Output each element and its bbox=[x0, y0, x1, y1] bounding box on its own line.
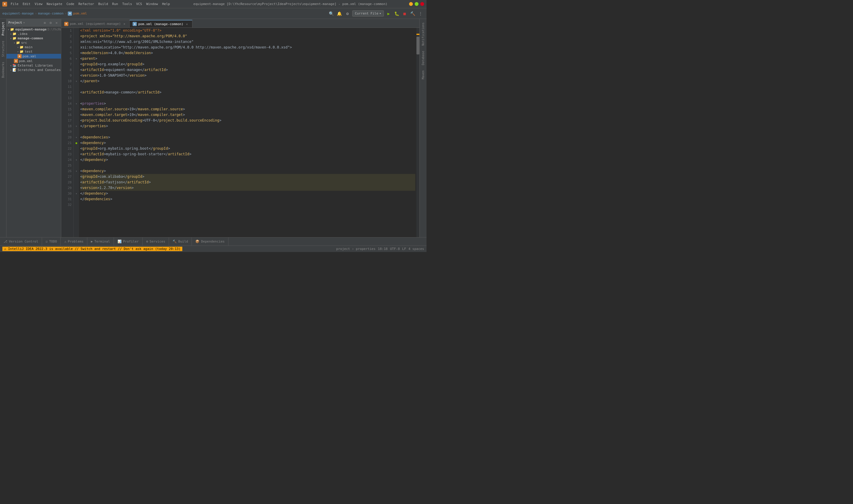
code-line-11[interactable] bbox=[80, 84, 415, 90]
code-line-14[interactable]: <properties> bbox=[80, 101, 415, 107]
current-file-button[interactable]: Current File ▾ bbox=[352, 10, 384, 17]
tree-item-3[interactable]: ▾📁src bbox=[6, 40, 61, 45]
notifications-sidebar-item[interactable]: Notifications bbox=[421, 20, 425, 48]
code-line-22[interactable]: <groupId>org.mybatis.spring.boot</groupI… bbox=[80, 146, 415, 151]
scroll-indicator[interactable] bbox=[416, 28, 419, 237]
tree-item-7[interactable]: mpom.xml bbox=[6, 58, 61, 63]
menu-item-help[interactable]: Help bbox=[160, 1, 172, 6]
code-line-24[interactable]: </dependency> bbox=[80, 157, 415, 163]
expand-arrow-0[interactable]: ▾ bbox=[8, 28, 9, 31]
tab-close-0[interactable]: ✕ bbox=[122, 22, 126, 26]
panel-dropdown-icon[interactable]: ▾ bbox=[23, 21, 25, 24]
menu-item-refactor[interactable]: Refactor bbox=[77, 1, 96, 6]
code-line-9[interactable]: <version>1.0-SNAPSHOT</version> bbox=[80, 73, 415, 78]
code-line-4[interactable]: xsi:schemaLocation="http://maven.apache.… bbox=[80, 45, 415, 50]
code-line-18[interactable]: </properties> bbox=[80, 123, 415, 129]
expand-arrow-1[interactable]: ▾ bbox=[10, 33, 12, 36]
tree-item-5[interactable]: ▾📁test bbox=[6, 49, 61, 54]
editor-tab-1[interactable]: mpom.xml (manage-common)✕ bbox=[129, 20, 192, 28]
bottom-tab-dependencies[interactable]: 📦Dependencies bbox=[192, 237, 228, 246]
tab-close-1[interactable]: ✕ bbox=[185, 22, 189, 26]
notifications-icon[interactable]: 🔔 bbox=[336, 10, 343, 17]
editor-tab-0[interactable]: mpom.xml (equipment-manage)✕ bbox=[61, 20, 129, 28]
code-line-20[interactable]: <dependencies> bbox=[80, 134, 415, 140]
run-button[interactable]: ▶ bbox=[385, 10, 392, 17]
status-encoding[interactable]: UTF-8 bbox=[390, 247, 400, 251]
tree-item-8[interactable]: ▾📚External Libraries bbox=[6, 63, 61, 68]
code-line-26[interactable]: <dependency> bbox=[80, 168, 415, 174]
minimize-button[interactable] bbox=[409, 2, 413, 6]
code-line-17[interactable]: <project.build.sourceEncoding>UTF-8</pro… bbox=[80, 118, 415, 123]
bottom-tab-problems[interactable]: ⚠Problems bbox=[61, 237, 87, 246]
breadcrumb-project[interactable]: equipment-manage bbox=[2, 12, 34, 15]
panel-settings[interactable]: ⚙ bbox=[48, 20, 53, 25]
menu-item-vcs[interactable]: VCS bbox=[134, 1, 144, 6]
menu-item-tools[interactable]: Tools bbox=[120, 1, 134, 6]
code-line-8[interactable]: <artifactId>equipment-manage</artifactId… bbox=[80, 67, 415, 73]
code-line-27[interactable]: <groupId>com.alibaba</groupId> bbox=[80, 174, 415, 180]
code-content[interactable]: <?xml version="1.0" encoding="UTF-8"?><p… bbox=[79, 28, 416, 237]
tree-item-6[interactable]: mpom.xml bbox=[6, 54, 61, 58]
code-line-5[interactable]: <modelVersion>4.0.0</modelVersion> bbox=[80, 50, 415, 56]
search-everywhere-icon[interactable]: 🔍 bbox=[328, 10, 335, 17]
code-line-3[interactable]: xmlns:xsi="http://www.w3.org/2001/XMLSch… bbox=[80, 39, 415, 45]
expand-arrow-5[interactable]: ▾ bbox=[17, 50, 19, 53]
expand-arrow-2[interactable]: ▾ bbox=[10, 37, 12, 40]
code-line-28[interactable]: <artifactId>fastjson</artifactId> bbox=[80, 180, 415, 185]
gutter-cell-18[interactable]: ▾ bbox=[74, 123, 79, 129]
bottom-tab-todo[interactable]: ☑TODO bbox=[42, 237, 61, 246]
breadcrumb-file[interactable]: pom.xml bbox=[73, 12, 87, 15]
gutter-cell-30[interactable]: ▾ bbox=[74, 191, 79, 196]
menu-item-view[interactable]: View bbox=[33, 1, 45, 6]
bookmarks-tab[interactable]: Bookmarks bbox=[1, 59, 5, 80]
gutter-cell-24[interactable]: ▾ bbox=[74, 157, 79, 163]
tree-item-2[interactable]: ▾📁manage-common bbox=[6, 36, 61, 40]
code-line-29[interactable]: <version>1.2.78</version> bbox=[80, 185, 415, 191]
status-line-sep[interactable]: LF bbox=[402, 247, 406, 251]
project-tab[interactable]: Project bbox=[1, 19, 6, 38]
code-line-21[interactable]: <dependency> bbox=[80, 140, 415, 146]
close-button[interactable] bbox=[420, 2, 424, 6]
maven-sidebar-item[interactable]: Maven bbox=[421, 68, 425, 82]
panel-close[interactable]: ✕ bbox=[54, 20, 59, 25]
gutter-cell-6[interactable]: ▾ bbox=[74, 56, 79, 61]
code-line-32[interactable] bbox=[80, 202, 415, 208]
expand-arrow-4[interactable]: ▾ bbox=[17, 46, 19, 49]
code-line-15[interactable]: <maven.compiler.source>19</maven.compile… bbox=[80, 107, 415, 112]
tree-item-4[interactable]: ▾📁main bbox=[6, 45, 61, 49]
menu-item-file[interactable]: File bbox=[9, 1, 20, 6]
code-line-2[interactable]: <project xmlns="http://maven.apache.org/… bbox=[80, 33, 415, 39]
breadcrumb-module[interactable]: manage-common bbox=[38, 12, 64, 15]
code-line-12[interactable]: <artifactId>manage-common</artifactId> bbox=[80, 90, 415, 95]
expand-arrow-8[interactable]: ▾ bbox=[10, 64, 12, 67]
code-line-25[interactable] bbox=[80, 163, 415, 168]
bottom-tab-services[interactable]: ⚙Services bbox=[143, 237, 169, 246]
build-button[interactable]: 🔨 bbox=[409, 10, 416, 17]
code-line-31[interactable]: </dependencies> bbox=[80, 196, 415, 202]
menu-item-build[interactable]: Build bbox=[97, 1, 110, 6]
code-line-23[interactable]: <artifactId>mybatis-spring-boot-starter<… bbox=[80, 151, 415, 157]
maximize-button[interactable] bbox=[415, 2, 418, 6]
tree-item-9[interactable]: ▾📝Scratches and Consoles bbox=[6, 68, 61, 72]
menu-item-navigate[interactable]: Navigate bbox=[45, 1, 64, 6]
settings-icon[interactable]: ⚙ bbox=[344, 10, 351, 17]
bottom-tab-build[interactable]: 🔨Build bbox=[169, 237, 192, 246]
menu-item-code[interactable]: Code bbox=[65, 1, 76, 6]
gutter-cell-26[interactable]: ▾ bbox=[74, 168, 79, 174]
stop-button[interactable]: ■ bbox=[401, 10, 408, 17]
status-warning[interactable]: ⚠ IntelliJ IDEA 2022.3 is available // S… bbox=[2, 247, 182, 251]
code-line-30[interactable]: </dependency> bbox=[80, 191, 415, 196]
structure-tab[interactable]: Structure bbox=[1, 38, 5, 59]
expand-arrow-9[interactable]: ▾ bbox=[10, 69, 12, 72]
menu-item-edit[interactable]: Edit bbox=[21, 1, 33, 6]
tree-item-0[interactable]: ▾📁equipment-manage D:\YhcResource\myProj… bbox=[6, 27, 61, 32]
more-actions[interactable]: ⋮ bbox=[417, 10, 424, 17]
tree-item-1[interactable]: ▾📁.idea bbox=[6, 32, 61, 36]
code-line-19[interactable] bbox=[80, 129, 415, 134]
menu-item-run[interactable]: Run bbox=[110, 1, 120, 6]
menu-item-window[interactable]: Window bbox=[144, 1, 160, 6]
code-line-7[interactable]: <groupId>org.example</groupId> bbox=[80, 61, 415, 67]
bottom-tab-version-control[interactable]: ⎇Version Control bbox=[0, 237, 42, 246]
code-line-1[interactable]: <?xml version="1.0" encoding="UTF-8"?> bbox=[80, 28, 415, 33]
gutter-cell-14[interactable]: ▾ bbox=[74, 101, 79, 107]
